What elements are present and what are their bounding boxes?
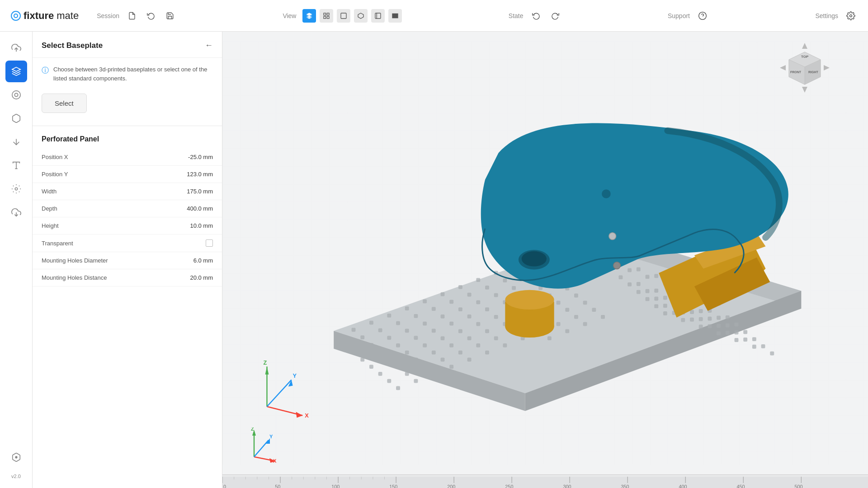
svg-rect-71	[646, 275, 650, 279]
help-icon[interactable]	[696, 9, 709, 22]
svg-rect-171	[458, 351, 462, 355]
info-icon: ⓘ	[42, 66, 49, 75]
svg-rect-145	[699, 317, 703, 321]
svg-rect-154	[494, 336, 498, 340]
svg-rect-187	[432, 372, 436, 376]
svg-line-22	[19, 192, 19, 192]
svg-text:150: 150	[389, 484, 397, 488]
right-view-icon[interactable]	[354, 9, 368, 23]
sidebar-item-support[interactable]	[5, 131, 27, 153]
fit-view-icon[interactable]	[320, 9, 333, 23]
property-row-4: Height10.0 mm	[33, 217, 222, 235]
svg-rect-185	[396, 386, 400, 390]
svg-rect-58	[396, 321, 400, 325]
svg-rect-112	[735, 323, 739, 327]
svg-text:50: 50	[275, 484, 280, 488]
sidebar-item-object[interactable]	[5, 84, 27, 106]
svg-rect-83	[494, 293, 498, 297]
svg-rect-81	[458, 307, 462, 311]
sidebar-icons: v2.0	[0, 32, 33, 488]
svg-rect-181	[717, 331, 721, 335]
svg-rect-223	[222, 477, 868, 488]
svg-point-13	[12, 91, 20, 99]
logo-icon	[11, 11, 21, 21]
sidebar-item-upload[interactable]	[5, 37, 27, 59]
property-value-0: -25.0 mm	[188, 154, 213, 160]
svg-rect-63	[485, 286, 489, 290]
svg-rect-107	[646, 289, 650, 293]
property-checkbox-5[interactable]	[206, 239, 213, 247]
svg-text:300: 300	[563, 484, 571, 488]
section-divider	[33, 126, 222, 126]
settings-label: Settings	[815, 12, 838, 19]
property-value-1: 123.0 mm	[187, 171, 213, 178]
sidebar-item-download[interactable]	[5, 202, 27, 223]
svg-rect-115	[396, 343, 400, 347]
svg-rect-1	[324, 13, 326, 15]
nav-right-arrow	[824, 65, 830, 70]
sidebar-item-part[interactable]	[5, 108, 27, 129]
svg-text:100: 100	[331, 484, 340, 488]
svg-rect-191	[503, 343, 507, 347]
svg-text:Y: Y	[269, 434, 273, 439]
svg-text:RIGHT: RIGHT	[808, 70, 819, 74]
svg-rect-97	[414, 336, 418, 340]
state-label: State	[509, 12, 524, 19]
svg-rect-99	[449, 322, 453, 326]
front-view-icon[interactable]	[337, 9, 350, 23]
svg-rect-148	[752, 337, 756, 341]
viewport[interactable]: Z X Y TOP RIGHT	[222, 32, 868, 488]
svg-line-26	[19, 186, 19, 186]
svg-rect-80	[441, 314, 445, 319]
history-icon[interactable]	[145, 9, 157, 22]
svg-rect-163	[708, 324, 712, 328]
version-label: v2.0	[11, 470, 21, 483]
svg-text:X: X	[273, 458, 277, 464]
svg-rect-60	[432, 307, 436, 311]
sidebar-item-text[interactable]	[5, 155, 27, 176]
svg-rect-41	[458, 285, 462, 289]
panel-info: ⓘ Choose between 3d-printed baseplates o…	[33, 58, 222, 90]
svg-rect-90	[654, 289, 658, 293]
sidebar-item-layers[interactable]	[5, 61, 27, 82]
svg-rect-183	[752, 345, 756, 349]
settings-icon[interactable]	[844, 9, 857, 22]
svg-rect-166	[761, 344, 765, 348]
view-section: View	[283, 9, 402, 23]
left-view-icon[interactable]	[371, 9, 385, 23]
svg-line-21	[13, 186, 13, 186]
svg-rect-153	[449, 343, 453, 347]
svg-rect-64	[503, 278, 507, 282]
svg-rect-38	[405, 306, 409, 310]
select-button[interactable]: Select	[42, 94, 87, 113]
svg-rect-119	[494, 315, 498, 319]
undo-icon[interactable]	[530, 9, 542, 22]
svg-rect-167	[387, 379, 391, 383]
new-file-icon[interactable]	[126, 9, 138, 22]
save-icon[interactable]	[164, 9, 176, 22]
sidebar-item-fixture[interactable]	[5, 178, 27, 200]
svg-rect-178	[663, 311, 667, 315]
redo-icon[interactable]	[549, 9, 561, 22]
panel-back-button[interactable]: ←	[205, 41, 213, 50]
svg-rect-51	[637, 267, 641, 272]
sidebar-item-hex-settings[interactable]	[5, 446, 27, 468]
svg-rect-149	[378, 372, 382, 376]
property-value-3: 400.0 mm	[187, 205, 213, 212]
svg-rect-5	[341, 13, 346, 19]
side-panel: Select Baseplate ← ⓘ Choose between 3d-p…	[33, 32, 222, 488]
svg-rect-159	[583, 300, 587, 305]
back-view-icon[interactable]	[388, 9, 402, 23]
solid-view-icon[interactable]	[302, 9, 316, 23]
property-value-7: 20.0 mm	[190, 274, 213, 281]
svg-rect-114	[378, 351, 382, 355]
view-cubes	[302, 9, 402, 23]
svg-text:200: 200	[447, 484, 455, 488]
svg-rect-6	[375, 13, 381, 19]
svg-rect-141	[574, 294, 578, 298]
svg-rect-165	[743, 338, 747, 342]
session-label: Session	[97, 12, 119, 19]
properties-list: Position X-25.0 mmPosition Y123.0 mmWidt…	[33, 149, 222, 286]
svg-rect-59	[414, 314, 418, 318]
svg-rect-127	[690, 310, 694, 314]
